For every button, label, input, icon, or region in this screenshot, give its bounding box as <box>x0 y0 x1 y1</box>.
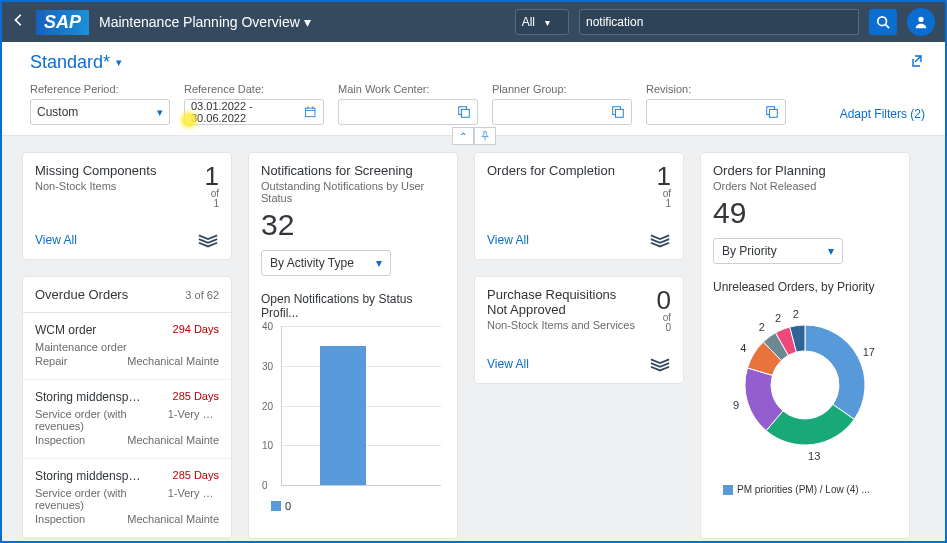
filter-label: Planner Group: <box>492 83 632 95</box>
filter-reference-date: Reference Date: 03.01.2022 - 30.06.2022 <box>184 83 324 125</box>
calendar-icon <box>304 105 317 119</box>
card-container: Missing Components Non-Stock Items 1 of … <box>2 136 945 543</box>
kpi-denominator: 1 <box>205 199 219 209</box>
priority-select[interactable]: By Priority ▾ <box>713 238 843 264</box>
user-button[interactable] <box>907 8 935 36</box>
page: Standard* ▾ Reference Period: Custom ▾ R… <box>2 42 945 136</box>
card-subtitle: Non-Stock Items and Services <box>487 319 635 331</box>
kpi-denominator: 0 <box>657 323 671 333</box>
search-input[interactable] <box>579 9 859 35</box>
card-overdue-orders[interactable]: Overdue Orders 3 of 62 WCM order294 Days… <box>22 276 232 539</box>
filter-main-work-center: Main Work Center: <box>338 83 478 125</box>
reference-period-select[interactable]: Custom ▾ <box>30 99 170 125</box>
svg-rect-3 <box>306 108 315 117</box>
item-type: Service order (with revenues) <box>35 408 168 432</box>
search-button[interactable] <box>869 9 897 35</box>
item-priority: 1-Very high <box>168 487 219 511</box>
chevron-down-icon: ▾ <box>828 244 834 258</box>
kpi-fraction: 1 of 1 <box>205 163 219 209</box>
filter-label: Main Work Center: <box>338 83 478 95</box>
card-subtitle: Non-Stock Items <box>35 180 156 192</box>
view-all-link[interactable]: View All <box>487 233 529 247</box>
item-name: Storing middenspannings... <box>35 469 145 483</box>
donut-label: 2 <box>775 312 781 324</box>
item-workcenter: Mechanical Mainte <box>127 513 219 525</box>
item-name: WCM order <box>35 323 96 337</box>
legend-label: PM priorities (PM) / Low (4) ... <box>737 484 870 495</box>
stack-icon <box>649 355 671 373</box>
planner-group-input[interactable] <box>492 99 632 125</box>
donut-label: 13 <box>808 450 820 462</box>
view-all-link[interactable]: View All <box>487 357 529 371</box>
card-missing-components[interactable]: Missing Components Non-Stock Items 1 of … <box>22 152 232 260</box>
chart-legend: PM priorities (PM) / Low (4) ... <box>723 484 897 495</box>
app-title[interactable]: Maintenance Planning Overview ▾ <box>99 14 311 30</box>
card-notifications-screening[interactable]: Notifications for Screening Outstanding … <box>248 152 458 539</box>
search-scope-select[interactable]: All ▾ <box>515 9 569 35</box>
reference-date-input[interactable]: 03.01.2022 - 30.06.2022 <box>184 99 324 125</box>
list-item[interactable]: Storing middenspannings...285 Days Servi… <box>23 380 231 459</box>
item-days: 285 Days <box>173 390 219 404</box>
pin-button[interactable] <box>474 127 496 145</box>
chevron-left-icon <box>12 13 26 27</box>
svg-line-1 <box>886 25 890 29</box>
stack-icon <box>649 231 671 249</box>
share-icon <box>909 53 925 69</box>
card-title: Orders for Completion <box>487 163 615 178</box>
card-title: Missing Components <box>35 163 156 178</box>
donut-label: 9 <box>733 399 739 411</box>
value-help-icon <box>611 105 625 119</box>
chart-title: Unreleased Orders, by Priority <box>713 280 897 294</box>
chevron-down-icon: ▾ <box>116 56 122 69</box>
legend-label: 0 <box>285 500 291 512</box>
back-button[interactable] <box>12 13 26 31</box>
item-type: Service order (with revenues) <box>35 487 168 511</box>
chevron-down-icon: ▾ <box>157 106 163 119</box>
variant-title-text: Standard* <box>30 52 110 73</box>
pin-icon <box>480 131 490 141</box>
donut-label: 2 <box>759 321 765 333</box>
kpi-fraction: 1 of 1 <box>657 163 671 209</box>
filter-label: Revision: <box>646 83 786 95</box>
list-item[interactable]: Storing middenspannings...285 Days Servi… <box>23 459 231 538</box>
svg-rect-10 <box>615 109 623 117</box>
kpi-numerator: 1 <box>657 163 671 189</box>
item-workcenter: Mechanical Mainte <box>127 355 219 367</box>
select-value: By Activity Type <box>270 256 354 270</box>
filter-label: Reference Period: <box>30 83 170 95</box>
list-item[interactable]: WCM order294 Days Maintenance order Repa… <box>23 313 231 380</box>
share-button[interactable] <box>909 53 925 72</box>
app-title-text: Maintenance Planning Overview <box>99 14 300 30</box>
svg-rect-12 <box>769 109 777 117</box>
list-counter: 3 of 62 <box>185 289 219 301</box>
item-days: 285 Days <box>173 469 219 483</box>
item-priority: 1-Very high <box>168 408 219 432</box>
legend-swatch <box>723 485 733 495</box>
card-purchase-requisitions[interactable]: Purchase Requisitions Not Approved Non-S… <box>474 276 684 384</box>
card-subtitle: Outstanding Notifications by User Status <box>261 180 445 204</box>
search-icon <box>876 15 890 29</box>
view-all-link[interactable]: View All <box>35 233 77 247</box>
svg-point-2 <box>918 17 923 22</box>
card-orders-completion[interactable]: Orders for Completion 1 of 1 View All <box>474 152 684 260</box>
chevron-down-icon: ▾ <box>376 256 382 270</box>
value-help-icon <box>457 105 471 119</box>
donut-label: 17 <box>863 346 875 358</box>
card-orders-planning[interactable]: Orders for Planning Orders Not Released … <box>700 152 910 539</box>
item-name: Storing middenspannings... <box>35 390 145 404</box>
adapt-filters-link[interactable]: Adapt Filters (2) <box>840 107 925 125</box>
revision-input[interactable] <box>646 99 786 125</box>
kpi-numerator: 1 <box>205 163 219 189</box>
filter-revision: Revision: <box>646 83 786 125</box>
user-icon <box>914 15 928 29</box>
card-subtitle: Orders Not Released <box>713 180 897 192</box>
filter-reference-period: Reference Period: Custom ▾ <box>30 83 170 125</box>
collapse-button[interactable]: ⌃ <box>452 127 474 145</box>
variant-row: Standard* ▾ <box>2 42 945 81</box>
card-title: Purchase Requisitions Not Approved <box>487 287 617 317</box>
main-work-center-input[interactable] <box>338 99 478 125</box>
chart-title: Open Notifications by Status Profil... <box>261 292 445 320</box>
variant-select[interactable]: Standard* ▾ <box>30 52 122 73</box>
donut-segment <box>805 325 865 419</box>
activity-type-select[interactable]: By Activity Type ▾ <box>261 250 391 276</box>
